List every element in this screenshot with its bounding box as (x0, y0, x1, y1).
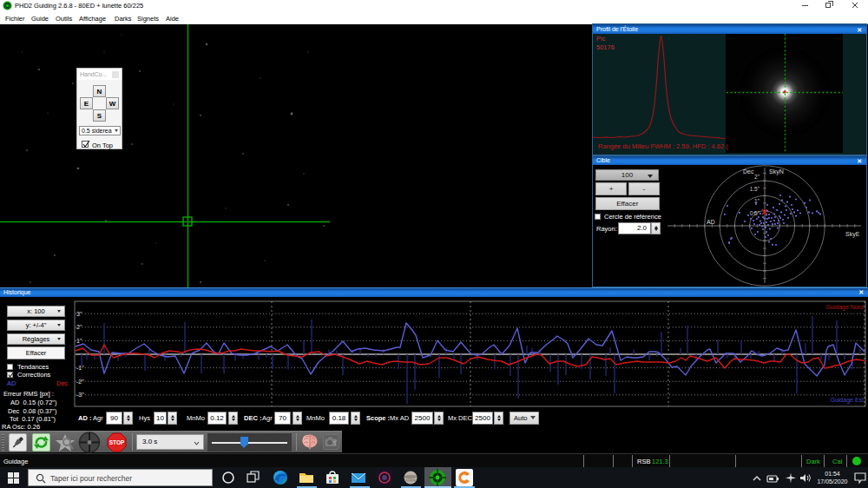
svg-text:1": 1" (754, 198, 760, 204)
svg-text:-1": -1" (76, 365, 84, 371)
svg-text:0.5": 0.5" (750, 210, 760, 216)
svg-text:Rangée du Milieu FWHM : 2.59,: Rangée du Milieu FWHM : 2.59, HFD : 4.62… (598, 142, 728, 150)
svg-text:Pic: Pic (596, 35, 606, 43)
svg-text:Dec: Dec (743, 168, 754, 175)
svg-text:1.5": 1.5" (750, 186, 760, 192)
svg-text:STOP: STOP (109, 439, 125, 445)
svg-text:Guidage Nord: Guidage Nord (825, 304, 864, 311)
svg-text:SkyN: SkyN (769, 168, 784, 175)
svg-text:Guidage Est: Guidage Est (830, 397, 864, 404)
svg-text:1": 1" (76, 338, 82, 344)
svg-text:3": 3" (76, 311, 82, 317)
svg-text:2": 2" (76, 324, 82, 330)
svg-text:2": 2" (754, 174, 760, 180)
svg-text:50176: 50176 (596, 43, 615, 51)
svg-text:-3": -3" (76, 392, 84, 398)
svg-text:AD: AD (707, 219, 715, 225)
svg-text:-2": -2" (76, 379, 84, 385)
svg-text:SkyE: SkyE (845, 231, 860, 238)
